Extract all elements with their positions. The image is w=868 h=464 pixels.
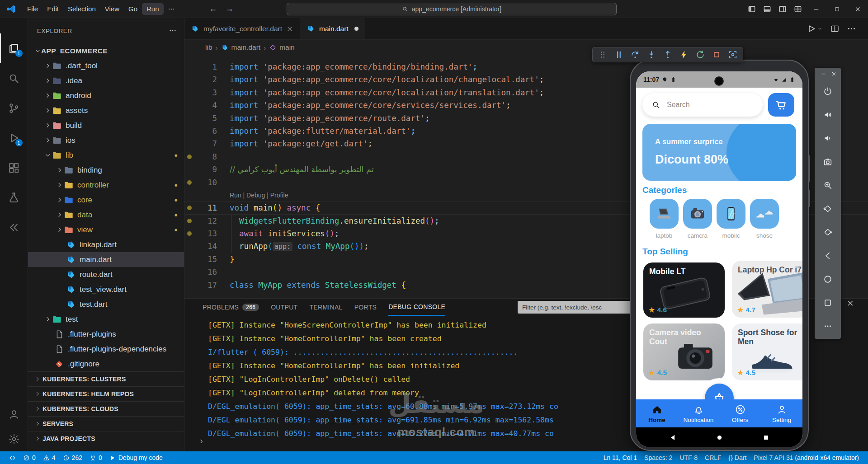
gutter[interactable] xyxy=(184,125,194,137)
activitybar-run-debug[interactable]: 1 xyxy=(0,123,28,153)
panel-tab-output[interactable]: OUTPUT xyxy=(271,299,297,316)
run-dropdown-icon[interactable] xyxy=(817,26,823,32)
emulator-tool-overview-nav[interactable] xyxy=(815,291,841,314)
emulator-tool-home-nav[interactable] xyxy=(815,267,841,291)
tree-item-route-dart[interactable]: route.dart xyxy=(28,267,184,282)
tree-item-lib[interactable]: lib● xyxy=(28,148,184,163)
tree-item--gitignore[interactable]: .gitignore xyxy=(28,356,184,371)
panel-tab-terminal[interactable]: TERMINAL xyxy=(309,299,342,316)
android-home-icon[interactable] xyxy=(716,434,723,441)
status-debug-status[interactable]: Debug my code xyxy=(106,454,166,461)
activitybar-accounts[interactable] xyxy=(0,402,28,427)
emulator-tool-back-nav[interactable] xyxy=(815,244,841,267)
debug-step-over-button[interactable] xyxy=(627,48,643,61)
product-card-2[interactable]: Laptop Hp Cor i7★4.7 xyxy=(732,261,802,318)
activitybar-settings[interactable] xyxy=(0,427,28,451)
section-kubernetes-clusters[interactable]: KUBERNETES: CLUSTERS xyxy=(28,371,184,386)
gutter[interactable] xyxy=(184,86,194,99)
status-tower[interactable]: 0 xyxy=(86,454,106,461)
emulator-tool-rotate-right[interactable] xyxy=(815,220,841,244)
tab-main-dart[interactable]: main.dart xyxy=(300,18,365,39)
tree-item-data[interactable]: data● xyxy=(28,207,184,222)
status-warning[interactable]: 4 xyxy=(39,454,59,461)
menu-view[interactable]: View xyxy=(100,3,124,15)
menu-go[interactable]: Go xyxy=(124,3,142,15)
run-button[interactable] xyxy=(807,24,823,33)
status-error[interactable]: 0 xyxy=(19,454,39,461)
explorer-more-icon[interactable] xyxy=(169,27,177,35)
section-java-projects[interactable]: JAVA PROJECTS xyxy=(28,431,184,446)
debug-pause-button[interactable] xyxy=(611,48,627,61)
section-kubernetes-clouds[interactable]: KUBERNETES: CLOUDS xyxy=(28,401,184,416)
gutter[interactable] xyxy=(184,240,194,253)
gutter[interactable] xyxy=(184,112,194,125)
emulator-tool-volume-down[interactable] xyxy=(815,127,841,150)
debug-stop-button[interactable] xyxy=(708,48,725,61)
breadcrumb-item-main-dart[interactable]: main.dart xyxy=(221,43,261,52)
gutter[interactable] xyxy=(184,99,194,112)
nav-setting[interactable]: Setting xyxy=(761,399,802,427)
tree-item-controller[interactable]: controller● xyxy=(28,178,184,192)
debug-bolt-button[interactable] xyxy=(676,48,692,61)
breadcrumb-item-lib[interactable]: lib xyxy=(205,43,212,52)
menu-selection[interactable]: Selection xyxy=(63,3,100,15)
status-info[interactable]: 262 xyxy=(59,454,86,461)
toggle-sidebar-icon[interactable] xyxy=(744,2,760,16)
activitybar-search[interactable] xyxy=(0,63,28,93)
menu-run[interactable]: Run xyxy=(142,3,164,15)
tree-root[interactable]: APP_ECOMMERCE xyxy=(28,43,184,58)
maximize-button[interactable] xyxy=(826,0,847,18)
tree-item--idea[interactable]: .idea xyxy=(28,73,184,88)
menu-file[interactable]: File xyxy=(23,3,42,15)
status-ln-11-col-1[interactable]: Ln 11, Col 1 xyxy=(600,454,641,461)
gutter[interactable] xyxy=(184,279,194,291)
gutter[interactable] xyxy=(184,227,194,240)
tree-item--flutter-plugins[interactable]: .flutter-plugins xyxy=(28,327,184,342)
console-prompt[interactable]: › xyxy=(200,436,203,446)
product-card-3[interactable]: Camera video Cout★4.5 xyxy=(643,323,725,380)
breadcrumb-item-main[interactable]: main xyxy=(269,43,295,52)
activitybar-extensions[interactable] xyxy=(0,153,28,183)
status--dart[interactable]: {} Dart xyxy=(725,454,750,461)
panel-tab-problems[interactable]: PROBLEMS266 xyxy=(203,299,259,316)
status-utf-8[interactable]: UTF-8 xyxy=(676,454,701,461)
tree-item-test[interactable]: test xyxy=(28,312,184,327)
tab-myfavorite-controller-dart[interactable]: myfavorite_controller.dart xyxy=(184,18,300,39)
tree-item-view[interactable]: view● xyxy=(28,222,184,237)
tree-item-assets[interactable]: assets xyxy=(28,103,184,118)
editor-more-icon[interactable] xyxy=(847,24,856,33)
toggle-panel-icon[interactable] xyxy=(760,2,775,16)
panel-tab-debug-console[interactable]: DEBUG CONSOLE xyxy=(388,299,445,316)
status-pixel-7-api-31-android-x[interactable]: Pixel 7 API 31 (android-x64 emulator) xyxy=(750,454,863,461)
menu-edit[interactable]: Edit xyxy=(42,3,63,15)
gutter[interactable] xyxy=(184,61,194,73)
emulator-minimize-icon[interactable] xyxy=(821,71,826,77)
status-crlf[interactable]: CRLF xyxy=(701,454,725,461)
product-card-1[interactable]: Mobile LT★4.6 xyxy=(643,262,725,318)
layout-grid-icon[interactable] xyxy=(790,2,806,16)
debug-step-into-button[interactable] xyxy=(643,48,660,61)
panel-tab-ports[interactable]: PORTS xyxy=(354,299,377,316)
debug-focus-button[interactable] xyxy=(725,48,741,61)
status-remote[interactable] xyxy=(5,454,19,461)
tree-item-core[interactable]: core● xyxy=(28,192,184,207)
minimize-button[interactable] xyxy=(806,0,826,18)
emulator-tool-rotate-left[interactable] xyxy=(815,197,841,220)
notification-close-icon[interactable] xyxy=(846,299,854,307)
nav-notification[interactable]: Notification xyxy=(678,399,719,427)
emulator-tool-more[interactable] xyxy=(815,314,841,338)
status-spaces-2[interactable]: Spaces: 2 xyxy=(641,454,676,461)
tree-item-ios[interactable]: ios xyxy=(28,133,184,148)
tree-item-linkapi-dart[interactable]: linkapi.dart xyxy=(28,237,184,252)
menu-more[interactable]: ⋯ xyxy=(164,3,179,15)
tree-item-android[interactable]: android xyxy=(28,88,184,103)
toggle-secondary-sidebar-icon[interactable] xyxy=(775,2,790,16)
gutter[interactable] xyxy=(184,163,194,176)
gutter[interactable] xyxy=(184,150,194,163)
tree-item-test-dart[interactable]: test.dart xyxy=(28,297,184,312)
tree-item--dart-tool[interactable]: .dart_tool xyxy=(28,58,184,73)
gutter[interactable] xyxy=(184,73,194,86)
activitybar-remote-explorer[interactable] xyxy=(0,212,28,242)
section-servers[interactable]: SERVERS xyxy=(28,416,184,431)
android-back-icon[interactable] xyxy=(669,434,677,441)
